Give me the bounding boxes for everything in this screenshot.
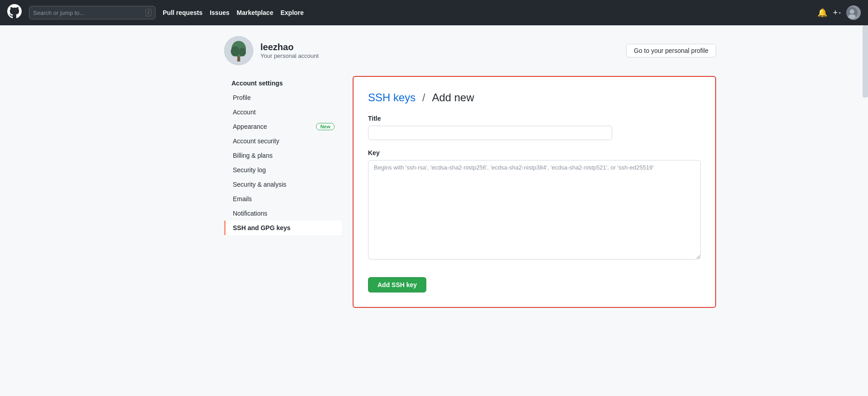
search-input[interactable] (33, 9, 142, 16)
profile-username: leezhao (260, 42, 319, 52)
topnav-links: Pull requests Issues Marketplace Explore (163, 9, 810, 16)
profile-avatar (224, 36, 253, 65)
topnav-right: 🔔 + ▾ lz ▾ (817, 5, 861, 20)
sidebar-item-account[interactable]: Account (224, 105, 342, 119)
title-label: Title (368, 115, 701, 122)
topnav: / Pull requests Issues Marketplace Explo… (0, 0, 868, 25)
key-form-group: Key (368, 149, 701, 261)
sidebar-item-appearance[interactable]: Appearance New (224, 119, 342, 134)
heading-current: Add new (432, 91, 474, 104)
new-badge: New (316, 123, 335, 130)
nav-explore[interactable]: Explore (280, 9, 303, 16)
sidebar-item-security-log[interactable]: Security log (224, 163, 342, 177)
ssh-keys-link[interactable]: SSH keys (368, 91, 415, 104)
sidebar-item-ssh-gpg[interactable]: SSH and GPG keys (224, 221, 342, 235)
sidebar-item-profile[interactable]: Profile (224, 90, 342, 105)
add-ssh-key-button[interactable]: Add SSH key (368, 277, 426, 292)
sidebar-item-billing[interactable]: Billing & plans (224, 148, 342, 163)
heading-separator: / (419, 91, 428, 104)
search-box[interactable]: / (29, 6, 156, 19)
profile-header-left: leezhao Your personal account (224, 36, 319, 65)
main-panel: SSH keys / Add new Title Key Add SSH key (353, 76, 716, 308)
create-plus-icon[interactable]: + ▾ (833, 8, 841, 18)
main-content: Account settings Profile Account Appeara… (152, 76, 716, 308)
github-logo-icon[interactable] (7, 4, 22, 21)
avatar[interactable]: lz ▾ (846, 5, 861, 20)
sidebar-item-notifications[interactable]: Notifications (224, 206, 342, 221)
go-to-profile-button[interactable]: Go to your personal profile (626, 44, 716, 57)
key-textarea[interactable] (368, 160, 701, 259)
svg-point-6 (231, 46, 239, 56)
title-form-group: Title (368, 115, 701, 140)
profile-info: leezhao Your personal account (260, 42, 319, 59)
key-label: Key (368, 149, 701, 156)
notifications-bell-icon[interactable]: 🔔 (817, 8, 827, 18)
nav-pull-requests[interactable]: Pull requests (163, 9, 203, 16)
nav-marketplace[interactable]: Marketplace (237, 9, 274, 16)
slash-shortcut: / (146, 9, 151, 16)
svg-point-1 (850, 9, 854, 14)
scrollbar-track[interactable] (863, 25, 868, 319)
title-input[interactable] (368, 126, 612, 140)
nav-issues[interactable]: Issues (210, 9, 230, 16)
sidebar-section-title: Account settings (224, 76, 342, 90)
profile-subtitle: Your personal account (260, 52, 319, 59)
profile-header: leezhao Your personal account Go to your… (152, 36, 716, 65)
page-wrapper: leezhao Your personal account Go to your… (145, 25, 723, 319)
sidebar-item-security-analysis[interactable]: Security & analysis (224, 177, 342, 192)
scrollbar-thumb[interactable] (863, 25, 868, 98)
sidebar-item-emails[interactable]: Emails (224, 192, 342, 206)
sidebar: Account settings Profile Account Appeara… (224, 76, 342, 308)
svg-point-2 (848, 14, 855, 19)
sidebar-item-account-security[interactable]: Account security (224, 134, 342, 148)
svg-point-7 (239, 48, 246, 57)
page-heading: SSH keys / Add new (368, 91, 701, 104)
